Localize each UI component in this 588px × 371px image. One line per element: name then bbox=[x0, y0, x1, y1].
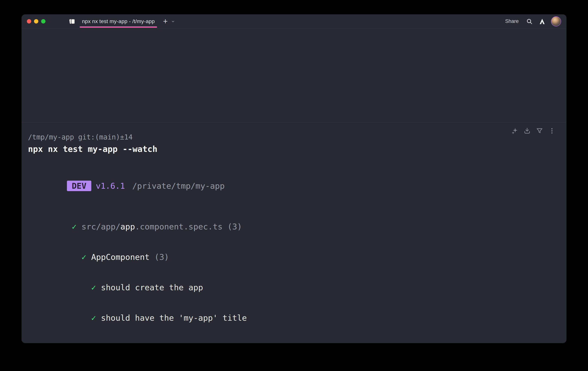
vitest-version: v1.6.1 bbox=[96, 181, 125, 191]
share-button[interactable]: Share bbox=[505, 18, 519, 24]
check-icon: ✓ bbox=[82, 252, 86, 262]
ai-sparkles-icon[interactable] bbox=[511, 127, 518, 134]
test-suite-name: AppComponent bbox=[91, 252, 150, 262]
test-case-name: should have the 'my-app' title bbox=[101, 313, 247, 323]
tab-title: npx nx test my-app - /t/my-app bbox=[82, 18, 155, 24]
active-tab[interactable]: npx nx test my-app - /t/my-app bbox=[80, 14, 157, 28]
chevron-down-icon[interactable] bbox=[171, 19, 175, 24]
test-suite-line: ✓AppComponent(3) bbox=[28, 242, 567, 272]
test-suite-count: (3) bbox=[154, 252, 169, 262]
minimize-button[interactable] bbox=[34, 19, 38, 23]
check-icon: ✓ bbox=[72, 222, 77, 231]
test-case-line: ✓should render title bbox=[28, 333, 567, 343]
check-icon: ✓ bbox=[91, 313, 96, 323]
blank-line bbox=[28, 201, 567, 211]
command-block: /tmp/my-app git:(main)±14 npx nx test my… bbox=[21, 122, 567, 343]
filter-icon[interactable] bbox=[536, 127, 543, 134]
test-file-dir: src/app/ bbox=[82, 222, 120, 231]
shell-prompt: /tmp/my-app git:(main)±14 bbox=[28, 132, 567, 142]
active-tab-underline bbox=[80, 26, 157, 28]
test-case-line: ✓should have the 'my-app' title bbox=[28, 303, 567, 333]
test-file-ext: .component.spec.ts bbox=[135, 222, 223, 231]
close-button[interactable] bbox=[27, 19, 31, 23]
download-icon[interactable] bbox=[524, 127, 531, 134]
scrollback-area bbox=[21, 28, 567, 122]
dev-badge: DEV bbox=[67, 181, 91, 191]
command-text[interactable]: npx nx test my-app --watch bbox=[28, 144, 567, 155]
kebab-menu-icon[interactable] bbox=[548, 127, 556, 134]
test-case-name: should create the app bbox=[101, 283, 203, 292]
tab-bar: npx nx test my-app - /t/my-app + Share bbox=[21, 14, 567, 28]
test-file-line: ✓src/app/app.component.spec.ts(3) bbox=[28, 211, 567, 242]
zoom-button[interactable] bbox=[41, 19, 45, 23]
vitest-header-line: DEVv1.6.1/private/tmp/my-app bbox=[28, 170, 567, 201]
block-toolbar bbox=[511, 127, 556, 134]
test-file-count: (3) bbox=[227, 222, 242, 231]
avatar[interactable] bbox=[551, 16, 561, 26]
check-icon: ✓ bbox=[91, 283, 96, 292]
test-case-line: ✓should create the app bbox=[28, 272, 567, 303]
terminal-window: npx nx test my-app - /t/my-app + Share bbox=[21, 14, 567, 343]
test-file-name: app bbox=[120, 222, 135, 231]
command-output: DEVv1.6.1/private/tmp/my-app ✓src/app/ap… bbox=[28, 170, 567, 343]
warp-logo-icon bbox=[539, 18, 545, 25]
traffic-lights bbox=[27, 19, 45, 23]
tab-list-icon[interactable] bbox=[68, 17, 76, 26]
search-icon[interactable] bbox=[526, 18, 533, 25]
vitest-root-path: /private/tmp/my-app bbox=[132, 181, 225, 191]
new-tab-button[interactable]: + bbox=[162, 18, 169, 25]
